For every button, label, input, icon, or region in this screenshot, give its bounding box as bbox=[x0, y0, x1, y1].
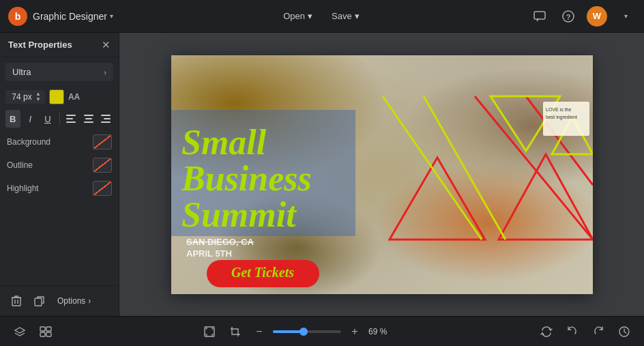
svg-rect-7 bbox=[85, 118, 92, 119]
align-center-button[interactable] bbox=[81, 110, 96, 128]
topbar-right: ? W ▾ bbox=[529, 6, 636, 27]
topbar: b Graphic Designer ▾ Open ▾ Save ▾ ? W ▾ bbox=[0, 0, 644, 33]
zoom-percent-label: 69 % bbox=[368, 327, 393, 336]
app-name-label: Graphic Designer bbox=[33, 11, 107, 22]
duplicate-icon-btn[interactable] bbox=[30, 291, 49, 311]
note-text-1: LOVE is the bbox=[546, 107, 571, 112]
loop-icon bbox=[540, 326, 553, 337]
highlight-row: Highlight bbox=[0, 177, 119, 200]
background-swatch[interactable] bbox=[93, 134, 112, 149]
copy-icon bbox=[34, 295, 45, 306]
redo-btn[interactable] bbox=[588, 321, 609, 342]
undo-icon bbox=[567, 326, 578, 337]
help-icon: ? bbox=[562, 10, 574, 23]
font-size-input[interactable] bbox=[10, 92, 34, 102]
zoom-slider[interactable] bbox=[273, 330, 341, 333]
align-left-button[interactable] bbox=[63, 110, 78, 128]
background-row: Background bbox=[0, 130, 119, 154]
canvas-wrapper: Small Business Summit SAN DIEGO, CA APRI… bbox=[171, 55, 593, 294]
cta-button-text: Get Tickets bbox=[231, 265, 293, 280]
crop-icon-btn[interactable] bbox=[225, 321, 246, 342]
loop-icon-btn[interactable] bbox=[536, 321, 557, 342]
options-chevron-icon: › bbox=[88, 296, 91, 306]
canvas-svg: Small Business Summit SAN DIEGO, CA APRI… bbox=[171, 55, 593, 294]
panel-close-button[interactable]: ✕ bbox=[102, 40, 111, 50]
canvas-date: APRIL 5TH bbox=[186, 248, 232, 259]
font-chevron-icon: › bbox=[104, 68, 106, 76]
outline-swatch[interactable] bbox=[93, 158, 112, 173]
text-case-icon[interactable]: AA bbox=[68, 92, 80, 102]
canvas-area[interactable]: Small Business Summit SAN DIEGO, CA APRI… bbox=[119, 33, 644, 316]
size-arrows: ▲ ▼ bbox=[35, 91, 41, 102]
italic-button[interactable]: I bbox=[23, 110, 38, 128]
font-selector[interactable]: Ultra › bbox=[5, 63, 113, 81]
left-panel: Text Properties ✕ Ultra › ▲ ▼ AA B I U bbox=[0, 33, 119, 316]
user-menu-chevron[interactable]: ▾ bbox=[615, 6, 636, 27]
bottom-right bbox=[536, 321, 634, 342]
canvas-subtext: SAN DIEGO, CA bbox=[186, 237, 254, 247]
text-color-swatch[interactable] bbox=[49, 89, 64, 104]
size-row: ▲ ▼ AA bbox=[0, 87, 119, 107]
svg-rect-15 bbox=[46, 327, 51, 331]
align-center-icon bbox=[84, 115, 93, 123]
svg-rect-6 bbox=[84, 115, 93, 116]
options-label: Options bbox=[57, 296, 85, 306]
save-button[interactable]: Save ▾ bbox=[325, 8, 366, 24]
history-btn[interactable] bbox=[614, 321, 634, 342]
highlight-swatch[interactable] bbox=[93, 181, 112, 196]
format-row: B I U bbox=[0, 107, 119, 130]
bottom-bar: − + 69 % bbox=[0, 316, 644, 346]
bold-button[interactable]: B bbox=[5, 110, 20, 128]
note-text-2: best ingredient bbox=[546, 115, 577, 120]
align-right-icon bbox=[101, 115, 111, 123]
options-button[interactable]: Options › bbox=[53, 293, 95, 308]
align-left-icon bbox=[66, 115, 76, 123]
panel-bottom-row: Options › bbox=[0, 285, 119, 316]
svg-text:?: ? bbox=[566, 12, 571, 20]
zoom-out-btn[interactable]: − bbox=[251, 323, 267, 340]
outline-row: Outline bbox=[0, 154, 119, 177]
fit-to-screen-btn[interactable] bbox=[199, 321, 220, 342]
redo-icon bbox=[593, 326, 604, 337]
svg-rect-8 bbox=[84, 121, 93, 123]
chat-icon-btn[interactable] bbox=[529, 6, 550, 27]
zoom-in-btn[interactable]: + bbox=[347, 323, 363, 340]
svg-rect-5 bbox=[66, 121, 76, 123]
font-name-label: Ultra bbox=[12, 67, 31, 77]
topbar-center: Open ▾ Save ▾ bbox=[119, 8, 524, 24]
outline-label: Outline bbox=[7, 160, 33, 170]
undo-btn[interactable] bbox=[562, 321, 583, 342]
align-right-button[interactable] bbox=[98, 110, 113, 128]
grid-icon-btn[interactable] bbox=[35, 321, 56, 342]
svg-rect-4 bbox=[66, 118, 73, 119]
headline-line2: Business bbox=[181, 159, 312, 198]
svg-rect-9 bbox=[101, 115, 111, 116]
background-label: Background bbox=[7, 137, 50, 147]
help-icon-btn[interactable]: ? bbox=[558, 6, 579, 27]
background-slash-icon bbox=[93, 135, 111, 149]
size-decrease-btn[interactable]: ▼ bbox=[35, 97, 41, 102]
svg-rect-11 bbox=[101, 121, 111, 123]
panel-header: Text Properties ✕ bbox=[0, 33, 119, 57]
app-title-btn[interactable]: Graphic Designer ▾ bbox=[33, 11, 113, 22]
highlight-slash-icon bbox=[93, 182, 111, 195]
app-title-chevron: ▾ bbox=[110, 12, 113, 20]
headline-line1: Small bbox=[181, 123, 267, 162]
crop-icon bbox=[230, 326, 241, 337]
outline-slash-icon bbox=[93, 158, 111, 172]
delete-icon-btn[interactable] bbox=[7, 291, 26, 311]
font-size-input-wrap: ▲ ▼ bbox=[5, 90, 45, 104]
underline-button[interactable]: U bbox=[40, 110, 55, 128]
main-area: Text Properties ✕ Ultra › ▲ ▼ AA B I U bbox=[0, 33, 644, 316]
layers-icon-btn[interactable] bbox=[10, 321, 30, 342]
svg-rect-16 bbox=[40, 332, 45, 336]
open-button[interactable]: Open ▾ bbox=[276, 8, 319, 24]
layers-icon bbox=[14, 326, 26, 337]
svg-rect-10 bbox=[104, 118, 111, 119]
trash-icon bbox=[12, 295, 21, 306]
user-avatar[interactable]: W bbox=[587, 6, 607, 27]
bottom-center: − + 69 % bbox=[61, 321, 531, 342]
svg-rect-17 bbox=[46, 332, 51, 336]
zoom-slider-thumb[interactable] bbox=[299, 328, 308, 336]
svg-rect-13 bbox=[35, 298, 42, 306]
